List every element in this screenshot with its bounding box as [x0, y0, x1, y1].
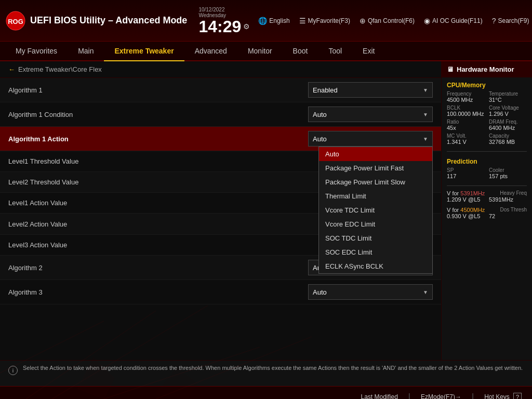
header-btn-aioc[interactable]: ◉ AI OC Guide(F11) [422, 16, 485, 26]
header-btn-english[interactable]: 🌐 English [256, 16, 291, 26]
label-level2-threshold: Level2 Threshold Value [8, 178, 308, 186]
tab-my-favorites[interactable]: My Favorites [5, 42, 68, 61]
fan-icon: ⊕ [360, 17, 366, 25]
prediction-grid: SP 117 Cooler 157 pts [442, 167, 532, 183]
menu-icon: ☰ [299, 17, 306, 25]
header-label-search: Search(F9) [498, 17, 529, 24]
v-for-5391-prefix: V for [447, 190, 460, 196]
back-arrow-icon[interactable]: ← [8, 65, 15, 73]
tab-exit[interactable]: Exit [352, 42, 385, 61]
tab-boot[interactable]: Boot [283, 42, 318, 61]
ai-icon: ◉ [424, 17, 430, 25]
ez-mode-button[interactable]: EzMode(F7)→ [421, 393, 461, 400]
dropdown-option-vcore-tdc[interactable]: Vcore TDC Limit [319, 203, 432, 217]
header-btn-search[interactable]: ? Search(F9) [490, 16, 531, 26]
label-level1-action-value: Level1 Action Value [8, 199, 308, 207]
clock-area: 10/12/2022 Wednesday 14:29 ⚙ [198, 7, 250, 35]
label-level2-action-value: Level2 Action Value [8, 220, 308, 228]
dropdown-option-pkg-slow[interactable]: Package Power Limit Slow [319, 175, 432, 189]
dropdown-algorithm1[interactable]: Enabled ▼ [308, 82, 433, 98]
dropdown-value-algorithm1-condition: Auto [313, 111, 327, 118]
dropdown-option-thermal[interactable]: Thermal Limit [319, 189, 432, 203]
v-for-5391-freq: 5391MHz [460, 190, 485, 196]
tab-advanced[interactable]: Advanced [184, 42, 237, 61]
hot-keys-label: Hot Keys [484, 393, 510, 400]
dropdown-algorithm3[interactable]: Auto ▼ [308, 284, 433, 300]
v-for-5391-sublabel: Heavy Freq [500, 190, 527, 196]
v-for-4500-sublabel: Dos Thresh [500, 207, 527, 212]
setting-row-algorithm1: Algorithm 1 Enabled ▼ [0, 78, 441, 102]
search-icon: ? [492, 17, 496, 25]
tab-monitor[interactable]: Monitor [237, 42, 283, 61]
svg-text:ROG: ROG [8, 18, 23, 25]
setting-row-algorithm1-action: Algorithm 1 Action Auto ▼ Auto Package P… [0, 127, 441, 151]
control-algorithm1-condition: Auto ▼ [308, 107, 433, 122]
tab-tool[interactable]: Tool [318, 42, 352, 61]
tab-main[interactable]: Main [68, 42, 104, 61]
header-label-aioc: AI OC Guide(F11) [432, 17, 483, 24]
hot-keys-button[interactable]: Hot Keys ? [484, 393, 522, 400]
settings-list: Algorithm 1 Enabled ▼ Algorithm 1 Condit… [0, 78, 441, 360]
bios-title: UEFI BIOS Utility – Advanced Mode [30, 15, 187, 26]
breadcrumb-path: Extreme Tweaker\Core Flex [18, 65, 102, 73]
monitor-icon: 🖥 [447, 65, 454, 73]
dropdown-value-algorithm1: Enabled [313, 86, 338, 94]
v-5391-voltage: 1.209 V @L5 [447, 196, 485, 203]
v-for-4500-prefix: V for [447, 207, 460, 213]
dram-freq-label: DRAM Freq. 6400 MHz [489, 119, 527, 131]
cpu-memory-section-title: CPU/Memory [442, 77, 532, 91]
main-layout: ← Extreme Tweaker\Core Flex Algorithm 1 … [0, 61, 532, 360]
nav-tabs: My Favorites Main Extreme Tweaker Advanc… [0, 42, 532, 61]
dropdown-algorithm1-action[interactable]: Auto ▼ [308, 131, 433, 147]
question-mark-icon[interactable]: ? [513, 393, 522, 400]
ratio-label: Ratio 45x [447, 119, 485, 131]
tab-extreme-tweaker[interactable]: Extreme Tweaker [104, 42, 184, 61]
control-algorithm3: Auto ▼ [308, 284, 433, 300]
v-4500-voltage: 0.930 V @L5 [447, 213, 485, 219]
hw-divider-2 [447, 185, 527, 186]
dropdown-option-vcore-edc[interactable]: Vcore EDC Limit [319, 217, 432, 231]
cooler-label: Cooler 157 pts [489, 167, 527, 179]
capacity-label: Capacity 32768 MB [489, 133, 527, 145]
label-algorithm3: Algorithm 3 [8, 288, 308, 296]
dropdown-option-soc-edc[interactable]: SOC EDC Limit [319, 245, 432, 259]
header-label-english: English [269, 17, 289, 24]
globe-icon: 🌐 [258, 17, 267, 25]
chevron-down-icon: ▼ [423, 136, 428, 142]
dropdown-option-auto[interactable]: Auto [319, 147, 432, 161]
bclk-label: BCLK 100.0000 MHz [447, 105, 485, 117]
v-4500-thresh: 72 [489, 213, 527, 219]
last-modified-button[interactable]: Last Modified [361, 393, 397, 400]
hw-divider-1 [447, 151, 527, 152]
label-level1-threshold: Level1 Threshold Value [8, 157, 308, 165]
v-5391-freq-val: 5391MHz [489, 196, 527, 203]
header-nav: 🌐 English ☰ MyFavorite(F3) ⊕ Qfan Contro… [256, 16, 532, 26]
dropdown-value-algorithm1-action: Auto [313, 135, 327, 143]
info-bar: i Select the Action to take when targete… [0, 360, 532, 386]
date-display: 10/12/2022 Wednesday [198, 7, 226, 18]
hw-monitor-label: Hardware Monitor [457, 65, 514, 73]
header-btn-qfan[interactable]: ⊕ Qfan Control(F6) [357, 16, 417, 26]
breadcrumb: ← Extreme Tweaker\Core Flex [0, 61, 441, 78]
dropdown-option-eclk[interactable]: ECLK ASync BCLK [319, 259, 432, 273]
mc-volt-label: MC Volt. 1.341 V [447, 133, 485, 145]
label-algorithm1-action: Algorithm 1 Action [8, 135, 308, 143]
dropdown-algorithm1-condition[interactable]: Auto ▼ [308, 107, 433, 122]
time-display: 14:29 [198, 18, 241, 35]
header-btn-myfavorite[interactable]: ☰ MyFavorite(F3) [297, 16, 352, 26]
prediction-section-title: Prediction [442, 154, 532, 167]
dropdown-option-soc-tdc[interactable]: SOC TDC Limit [319, 231, 432, 245]
freq-label: Frequency 4500 MHz [447, 91, 485, 103]
dropdown-option-pkg-fast[interactable]: Package Power Limit Fast [319, 161, 432, 175]
header: ROG UEFI BIOS Utility – Advanced Mode 10… [0, 0, 532, 42]
header-label-myfavorite: MyFavorite(F3) [308, 17, 350, 24]
label-algorithm1: Algorithm 1 [8, 86, 308, 94]
v-for-4500-freq: 4500MHz [460, 207, 485, 213]
settings-icon[interactable]: ⚙ [243, 22, 250, 31]
dropdown-menu-algorithm1-action[interactable]: Auto Package Power Limit Fast Package Po… [318, 147, 433, 274]
label-algorithm1-condition: Algorithm 1 Condition [8, 111, 308, 118]
control-algorithm1: Enabled ▼ [308, 82, 433, 98]
setting-row-algorithm1-condition: Algorithm 1 Condition Auto ▼ [0, 102, 441, 127]
cpu-memory-grid: Frequency 4500 MHz Temperature 31°C BCLK… [442, 91, 532, 149]
label-level3-action-value: Level3 Action Value [8, 241, 308, 249]
